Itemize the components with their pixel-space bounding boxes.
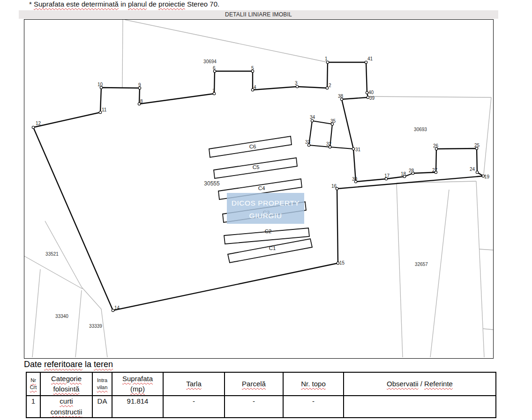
table-cell bbox=[344, 396, 496, 418]
gray-parcel-line bbox=[479, 249, 493, 250]
vertex-label: 9 bbox=[138, 82, 141, 88]
section-title: Date referitoare la teren bbox=[24, 360, 113, 369]
vertex-marker bbox=[311, 119, 313, 122]
building-label: C2 bbox=[265, 228, 272, 234]
gray-parcel-line bbox=[430, 190, 449, 357]
vertex-marker bbox=[32, 126, 34, 128]
text-run: teren bbox=[94, 360, 113, 369]
table-head: NrCrtCategoriefolosintăIntravilanSuprafa… bbox=[26, 372, 496, 396]
text-run: Nr. topo bbox=[301, 380, 326, 388]
note-line: * Suprafata este determinată in planul d… bbox=[29, 0, 219, 8]
table-cell: - bbox=[225, 396, 283, 418]
watermark-text: DICOS PROPERTY bbox=[232, 199, 300, 207]
text-run: Suprafata este determinată bbox=[34, 0, 119, 8]
column-header: Intravilan bbox=[92, 372, 112, 396]
vertex-label: 7 bbox=[212, 88, 215, 94]
detail-panel-title: DETALII LINIARE IMOBIL bbox=[19, 10, 498, 19]
vertex-label: 35 bbox=[330, 118, 336, 124]
text-run: Crt bbox=[30, 384, 37, 390]
vertex-label: 26 bbox=[433, 143, 439, 148]
column-header: Categoriefolosintă bbox=[40, 372, 92, 396]
table-body: 1curticonstructiiDA91.814--- bbox=[26, 396, 496, 418]
gray-parcel-line bbox=[476, 181, 484, 357]
text-run: folosintă bbox=[53, 385, 80, 393]
vertex-label: 18 bbox=[401, 171, 406, 177]
table-cell: curticonstructii bbox=[40, 396, 92, 418]
gray-parcel-line bbox=[484, 97, 491, 174]
column-header: Tarla bbox=[163, 372, 225, 396]
text-run: curti bbox=[60, 397, 73, 405]
gray-parcel-line bbox=[368, 96, 491, 97]
vertex-label: 17 bbox=[384, 173, 390, 178]
gray-parcel-line bbox=[397, 183, 403, 357]
parcel-number-label: 33340 bbox=[55, 314, 68, 319]
boundary-segment bbox=[330, 147, 353, 149]
vertex-label: 11 bbox=[102, 107, 107, 112]
text-run: * bbox=[29, 0, 34, 8]
vertex-label: 32 bbox=[326, 141, 332, 147]
building-label: C1 bbox=[269, 245, 276, 251]
parcel-number-label: 33521 bbox=[45, 251, 59, 257]
text-run: Intra bbox=[97, 377, 107, 383]
text-run: / bbox=[419, 380, 425, 388]
text-run: proiectie bbox=[158, 0, 185, 8]
vertex-label: 16 bbox=[331, 184, 337, 189]
text-run: 91.814 bbox=[127, 397, 149, 405]
vertex-marker bbox=[367, 96, 369, 98]
vertex-marker bbox=[476, 171, 478, 173]
detail-panel-title-text: DETALII LINIARE IMOBIL bbox=[225, 11, 292, 18]
gray-parcel-line bbox=[122, 20, 123, 88]
vertex-marker bbox=[365, 61, 367, 63]
gray-parcel-line bbox=[82, 287, 107, 357]
vertex-label: 19 bbox=[484, 174, 490, 179]
table-cell: 91.814 bbox=[112, 396, 163, 418]
text-run: - bbox=[312, 397, 315, 405]
vertex-label: 8 bbox=[140, 99, 143, 104]
text-run: DA bbox=[97, 397, 107, 405]
vertex-marker bbox=[352, 147, 354, 150]
vertex-label: 31 bbox=[355, 147, 361, 152]
text-run: la bbox=[82, 360, 94, 369]
text-run: - bbox=[193, 397, 195, 405]
vertex-label: 5 bbox=[251, 66, 254, 71]
vertex-marker bbox=[326, 87, 328, 89]
text-run: Parcelă bbox=[242, 380, 266, 388]
vertex-label: 12 bbox=[36, 121, 41, 126]
vertex-label: 25 bbox=[474, 143, 480, 148]
text-run: in bbox=[119, 0, 128, 8]
cadastral-plan: C6C5C4C3C2C1DICOS PROPERTYGIURGIU1234567… bbox=[24, 19, 494, 359]
parcel-number-label: 30694 bbox=[203, 59, 217, 64]
vertex-marker bbox=[99, 111, 101, 113]
text-run: planul bbox=[128, 0, 147, 8]
vertex-marker bbox=[366, 91, 368, 94]
table-cell: 1 bbox=[26, 396, 40, 418]
column-header: Observatii / Referinte bbox=[344, 372, 496, 396]
text-run: Stereo 70. bbox=[185, 0, 219, 8]
vertex-label: 33 bbox=[305, 140, 311, 145]
building-label: C4 bbox=[258, 185, 265, 191]
text-run: Observatii bbox=[387, 380, 419, 388]
gray-parcel-line bbox=[483, 329, 493, 330]
text-run: 1 bbox=[31, 397, 35, 405]
vertex-label: 3 bbox=[295, 81, 298, 86]
vertex-label: 41 bbox=[367, 56, 373, 61]
vertex-label: 2 bbox=[329, 83, 331, 88]
column-header: Nr. topo bbox=[283, 372, 344, 396]
vertex-label: 10 bbox=[97, 82, 103, 87]
column-header: Suprafata(mp) bbox=[112, 372, 163, 396]
table-cell: - bbox=[163, 396, 225, 418]
plan-svg: C6C5C4C3C2C1DICOS PROPERTYGIURGIU1234567… bbox=[24, 20, 493, 358]
text-run: referitoare bbox=[44, 360, 82, 369]
vertex-label: 1 bbox=[325, 56, 328, 61]
vertex-marker bbox=[326, 61, 329, 63]
vertex-label: 24 bbox=[470, 167, 475, 172]
text-run: Tarla bbox=[186, 380, 202, 388]
vertex-label: 4 bbox=[254, 85, 256, 90]
teren-table: NrCrtCategoriefolosintăIntravilanSuprafa… bbox=[26, 372, 496, 418]
text-run: Suprafata bbox=[122, 375, 153, 383]
vertex-marker bbox=[112, 309, 114, 311]
table-cell: DA bbox=[92, 396, 112, 418]
column-header: NrCrt bbox=[26, 372, 40, 396]
vertex-label: 30 bbox=[352, 177, 358, 182]
vertex-label: 6 bbox=[213, 66, 216, 71]
